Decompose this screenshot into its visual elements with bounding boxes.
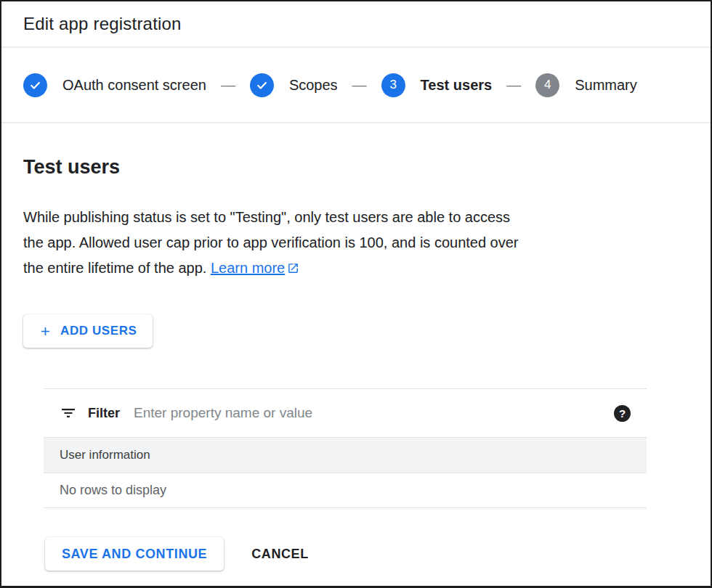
- filter-icon: [60, 404, 77, 422]
- main-content: Test users While publishing status is se…: [1, 155, 711, 571]
- step-summary[interactable]: 4 Summary: [535, 73, 637, 97]
- stepper: OAuth consent screen — Scopes — 3 Test u…: [1, 48, 711, 123]
- description-text: While publishing status is set to "Testi…: [23, 205, 637, 282]
- table-empty-row: No rows to display: [44, 473, 647, 508]
- step-number-icon: 4: [535, 73, 559, 97]
- step-label: Test users: [421, 77, 493, 94]
- description-line: the app. Allowed user cap prior to app v…: [23, 230, 637, 256]
- plus-icon: [39, 324, 52, 338]
- step-label: Scopes: [289, 77, 338, 94]
- test-users-table: Filter ? User information No rows to dis…: [44, 388, 647, 508]
- help-icon[interactable]: ?: [614, 405, 631, 422]
- column-header-label: User information: [60, 448, 150, 462]
- footer-actions: SAVE AND CONTINUE CANCEL: [23, 537, 689, 571]
- step-label: Summary: [575, 77, 637, 94]
- step-test-users[interactable]: 3 Test users: [381, 73, 493, 97]
- page-title: Edit app registration: [23, 14, 182, 34]
- check-circle-icon: [23, 73, 47, 97]
- step-scopes[interactable]: Scopes: [250, 73, 338, 97]
- description-line: While publishing status is set to "Testi…: [23, 205, 637, 230]
- empty-message: No rows to display: [60, 483, 166, 498]
- filter-bar: Filter ?: [44, 389, 647, 437]
- add-users-button[interactable]: ADD USERS: [23, 314, 153, 348]
- check-circle-icon: [250, 73, 274, 97]
- save-and-continue-button[interactable]: SAVE AND CONTINUE: [45, 537, 224, 571]
- external-link-icon: [287, 257, 299, 282]
- filter-label: Filter: [88, 406, 120, 421]
- learn-more-link[interactable]: Learn more: [211, 260, 285, 276]
- step-number: 4: [544, 78, 551, 92]
- step-oauth-consent-screen[interactable]: OAuth consent screen: [23, 73, 206, 97]
- step-label: OAuth consent screen: [62, 77, 206, 94]
- description-line: the entire lifetime of the app.: [23, 260, 206, 276]
- step-number-icon: 3: [381, 73, 405, 97]
- section-heading: Test users: [23, 155, 689, 179]
- step-separator: —: [221, 77, 235, 94]
- step-number: 3: [389, 78, 396, 92]
- edit-app-registration-page: { "colors": { "accent_blue": "#1a73e8", …: [0, 0, 712, 588]
- table-column-header: User information: [44, 437, 647, 473]
- filter-input[interactable]: [131, 405, 603, 421]
- step-separator: —: [352, 77, 367, 94]
- step-separator: —: [506, 77, 521, 94]
- add-users-label: ADD USERS: [60, 324, 137, 338]
- page-header: Edit app registration: [1, 1, 711, 48]
- cancel-button[interactable]: CANCEL: [251, 547, 309, 562]
